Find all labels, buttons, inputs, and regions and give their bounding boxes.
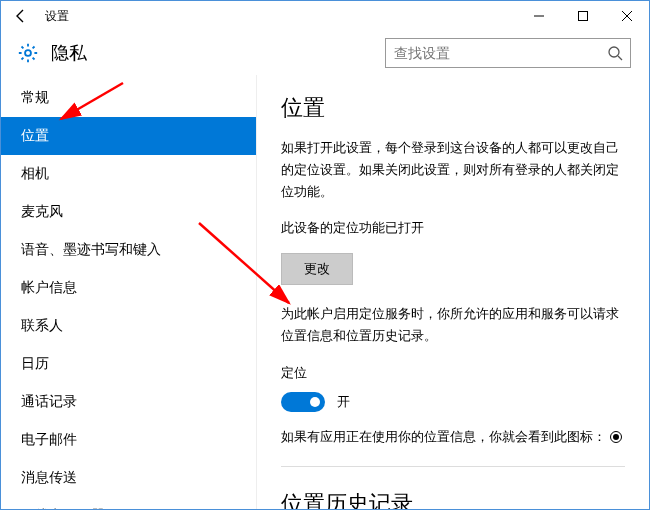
- svg-rect-1: [579, 12, 588, 21]
- section-title-location: 位置: [281, 93, 625, 123]
- search-icon[interactable]: [600, 45, 630, 61]
- sidebar-item-3[interactable]: 麦克风: [1, 193, 256, 231]
- maximize-button[interactable]: [561, 1, 605, 31]
- location-description: 如果打开此设置，每个登录到这台设备的人都可以更改自己的定位设置。如果关闭此设置，…: [281, 137, 625, 203]
- sidebar-item-9[interactable]: 电子邮件: [1, 421, 256, 459]
- close-button[interactable]: [605, 1, 649, 31]
- sidebar-item-2[interactable]: 相机: [1, 155, 256, 193]
- sidebar: 常规位置相机麦克风语音、墨迹书写和键入帐户信息联系人日历通话记录电子邮件消息传送…: [1, 75, 257, 509]
- gear-icon: [15, 40, 41, 66]
- sidebar-item-7[interactable]: 日历: [1, 345, 256, 383]
- device-location-status: 此设备的定位功能已打开: [281, 217, 625, 239]
- sidebar-item-5[interactable]: 帐户信息: [1, 269, 256, 307]
- account-location-description: 为此帐户启用定位服务时，你所允许的应用和服务可以请求位置信息和位置历史记录。: [281, 303, 625, 347]
- svg-line-6: [618, 56, 622, 60]
- minimize-button[interactable]: [517, 1, 561, 31]
- sidebar-item-11[interactable]: 无线电收发器: [1, 497, 256, 509]
- change-button[interactable]: 更改: [281, 253, 353, 285]
- location-toggle[interactable]: [281, 392, 325, 412]
- divider: [281, 466, 625, 467]
- sidebar-item-6[interactable]: 联系人: [1, 307, 256, 345]
- search-input[interactable]: [386, 41, 600, 65]
- sidebar-item-1[interactable]: 位置: [1, 117, 256, 155]
- in-use-description: 如果有应用正在使用你的位置信息，你就会看到此图标：: [281, 426, 625, 448]
- search-box[interactable]: [385, 38, 631, 68]
- content-pane: 位置 如果打开此设置，每个登录到这台设备的人都可以更改自己的定位设置。如果关闭此…: [257, 75, 649, 509]
- location-indicator-icon: [610, 431, 622, 443]
- window-title: 设置: [41, 8, 69, 25]
- svg-point-5: [609, 47, 619, 57]
- back-button[interactable]: [1, 1, 41, 31]
- sidebar-item-0[interactable]: 常规: [1, 79, 256, 117]
- svg-point-4: [25, 50, 31, 56]
- page-title: 隐私: [51, 41, 87, 65]
- section-title-history: 位置历史记录: [281, 489, 625, 509]
- toggle-label: 定位: [281, 362, 625, 384]
- sidebar-item-10[interactable]: 消息传送: [1, 459, 256, 497]
- sidebar-item-8[interactable]: 通话记录: [1, 383, 256, 421]
- toggle-state: 开: [337, 393, 350, 411]
- sidebar-item-4[interactable]: 语音、墨迹书写和键入: [1, 231, 256, 269]
